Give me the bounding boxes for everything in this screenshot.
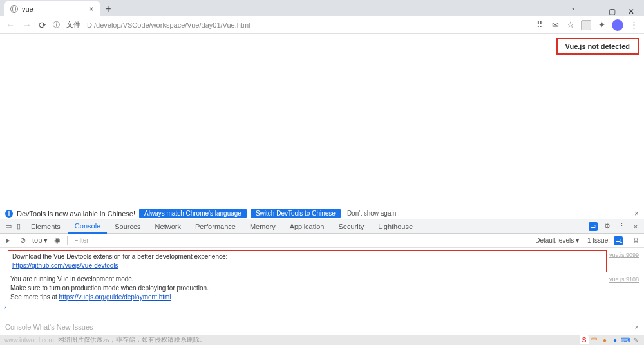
msg2-link[interactable]: https://vuejs.org/guide/deployment.html — [59, 294, 171, 301]
tab-performance[interactable]: Performance — [189, 219, 242, 234]
tab-application[interactable]: Application — [283, 219, 331, 234]
tab-console[interactable]: Console — [68, 219, 107, 234]
maximize-icon[interactable]: ▢ — [608, 7, 616, 16]
translate-icon[interactable]: ⠿ — [535, 20, 545, 30]
globe-icon — [10, 5, 18, 13]
devtools-menu-icon[interactable]: ⋮ — [617, 222, 626, 230]
drawer-close-icon[interactable]: × — [635, 323, 639, 331]
tab-memory[interactable]: Memory — [243, 219, 282, 234]
drawer-tabs-text[interactable]: Console What's New Issues — [5, 323, 93, 331]
devtools-banner: i DevTools is now available in Chinese! … — [0, 207, 644, 219]
console-toolbar: ▸ ⊘ top ▾ ◉ Filter Default levels ▾ 1 Is… — [0, 234, 644, 248]
watermark-host: www.iotword.com — [4, 337, 54, 344]
back-icon[interactable]: ← — [5, 20, 15, 30]
tray-icon[interactable]: ● — [600, 335, 609, 344]
tray-icons: S 中 ● ● ⌨ ✎ — [580, 335, 640, 344]
separator — [627, 236, 627, 245]
watermark-bar: www.iotword.com 网络图片仅供展示，非存储，如有侵权请联系删除。 … — [0, 335, 644, 345]
msg1-link[interactable]: https://github.com/vuejs/vue-devtools — [12, 262, 118, 269]
device-toggle-icon[interactable]: ▯ — [14, 222, 23, 230]
tray-icon[interactable]: 中 — [590, 335, 599, 344]
close-window-icon[interactable]: ✕ — [627, 7, 635, 16]
chevron-down-icon[interactable]: ˅ — [569, 7, 577, 16]
devtools-tabs-right: 1 ⚙ ⋮ × — [589, 222, 640, 231]
separator — [583, 236, 583, 245]
address-bar: ← → ⟳ ⓘ 文件 D:/develop/VSCode/workspace/V… — [0, 16, 644, 34]
watermark-text: 网络图片仅供展示，非存储，如有侵权请联系删除。 — [58, 335, 206, 344]
msg1-text: Download the Vue Devtools extension for … — [12, 252, 602, 261]
levels-selector[interactable]: Default levels ▾ — [535, 237, 579, 244]
tab-elements[interactable]: Elements — [24, 219, 67, 234]
star-icon[interactable]: ☆ — [565, 20, 576, 30]
issues-badge[interactable]: 1 — [589, 222, 598, 231]
sogou-icon[interactable]: S — [580, 335, 589, 344]
msg2-line3: See more tips at — [10, 294, 59, 301]
tab-security[interactable]: Security — [332, 219, 370, 234]
inspect-icon[interactable]: ▭ — [4, 222, 13, 230]
console-gear-icon[interactable]: ⚙ — [631, 237, 640, 244]
extensions-icon[interactable]: ✦ — [596, 20, 607, 30]
page-viewport: Vue.js not detected — [0, 34, 644, 207]
drawer-tabs: Console What's New Issues × — [0, 322, 644, 333]
new-tab-button[interactable]: + — [100, 2, 116, 16]
browser-tab-bar: vue × + ˅ — ▢ ✕ — [0, 0, 644, 16]
banner-close-icon[interactable]: × — [634, 209, 639, 218]
filter-input[interactable]: Filter — [73, 237, 88, 244]
always-match-button[interactable]: Always match Chrome's language — [139, 209, 247, 218]
tab-network[interactable]: Network — [149, 219, 187, 234]
clear-console-icon[interactable]: ⊘ — [18, 236, 27, 245]
forward-icon: → — [22, 20, 32, 30]
url-path[interactable]: D:/develop/VSCode/workspace/Vue/day01/Vu… — [87, 21, 251, 29]
switch-devtools-button[interactable]: Switch DevTools to Chinese — [251, 209, 341, 218]
vue-not-detected-badge: Vue.js not detected — [556, 38, 639, 55]
window-controls: ˅ — ▢ ✕ — [569, 5, 644, 16]
msg1-source[interactable]: vue.js:9099 — [609, 250, 639, 275]
tray-icon[interactable]: ✎ — [631, 335, 640, 344]
msg2-source[interactable]: vue.js:9108 — [609, 275, 639, 302]
reload-icon[interactable]: ⟳ — [39, 20, 46, 30]
console-sidebar-icon[interactable]: ▸ — [4, 236, 13, 245]
issues-count-badge[interactable]: 1 — [614, 236, 623, 245]
install-icon[interactable]: ✉ — [550, 20, 560, 30]
file-icon: ⓘ — [53, 20, 60, 30]
devtools-tabs: ▭ ▯ Elements Console Sources Network Per… — [0, 219, 644, 234]
issues-label: 1 Issue: — [587, 237, 610, 244]
menu-icon[interactable]: ⋮ — [629, 20, 639, 30]
console-prompt[interactable]: › — [0, 302, 644, 312]
url-scheme-label: 文件 — [66, 20, 80, 30]
close-tab-icon[interactable]: × — [89, 4, 94, 14]
vue-extension-icon[interactable] — [581, 20, 591, 30]
info-icon: i — [5, 210, 13, 218]
context-selector[interactable]: top ▾ — [32, 236, 48, 245]
addr-right: ⠿ ✉ ☆ ✦ ⋮ — [535, 19, 639, 31]
banner-text: DevTools is now available in Chinese! — [17, 210, 135, 218]
dont-show-link[interactable]: Don't show again — [347, 210, 396, 217]
msg2-line1: You are running Vue in development mode. — [10, 275, 609, 284]
eye-icon[interactable]: ◉ — [53, 236, 62, 245]
console-body: Download the Vue Devtools extension for … — [0, 248, 644, 312]
console-message-1: Download the Vue Devtools extension for … — [8, 250, 607, 272]
tray-icon[interactable]: ● — [611, 335, 620, 344]
profile-avatar[interactable] — [612, 19, 623, 31]
tab-lighthouse[interactable]: Lighthouse — [372, 219, 419, 234]
browser-tab[interactable]: vue × — [4, 1, 100, 16]
tab-sources[interactable]: Sources — [108, 219, 147, 234]
separator — [67, 236, 68, 245]
devtools-close-icon[interactable]: × — [631, 223, 640, 230]
msg2-line2: Make sure to turn on production mode whe… — [10, 284, 609, 293]
keyboard-icon[interactable]: ⌨ — [621, 335, 630, 344]
gear-icon[interactable]: ⚙ — [603, 222, 612, 230]
console-message-2: You are running Vue in development mode.… — [5, 275, 609, 302]
tab-title: vue — [22, 5, 33, 13]
minimize-icon[interactable]: — — [589, 7, 596, 16]
console-toolbar-right: Default levels ▾ 1 Issue: 1 ⚙ — [535, 236, 640, 245]
